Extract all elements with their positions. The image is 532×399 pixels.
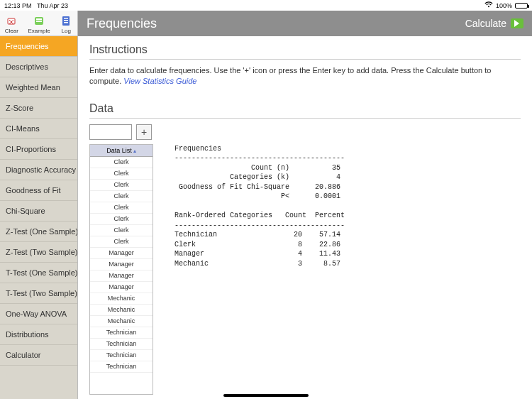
list-item[interactable]: Clerk	[90, 202, 153, 214]
sidebar-item-frequencies[interactable]: Frequencies	[0, 36, 77, 57]
status-bar: 12:13 PM Thu Apr 23 100%	[0, 0, 532, 11]
log-icon	[60, 14, 72, 27]
list-item[interactable]: Clerk	[90, 236, 153, 248]
svg-rect-9	[64, 22, 68, 23]
page-title: Frequencies	[87, 16, 157, 31]
content-area: Instructions Enter data to calculate fre…	[78, 36, 532, 399]
sidebar-item-t-test-one-sample-[interactable]: T-Test (One Sample)	[0, 263, 77, 283]
list-item[interactable]: Clerk	[90, 214, 153, 225]
arrow-right-icon	[511, 18, 523, 28]
sidebar-item-descriptives[interactable]: Descriptives	[0, 57, 77, 77]
sidebar-item-z-test-one-sample-[interactable]: Z-Test (One Sample)	[0, 222, 77, 242]
sidebar-item-goodness-of-fit[interactable]: Goodness of Fit	[0, 180, 77, 201]
toolbar: Clear Example Log	[0, 11, 77, 36]
log-button[interactable]: Log	[60, 14, 72, 34]
example-label: Example	[28, 28, 50, 34]
data-input[interactable]	[89, 124, 132, 140]
battery-icon	[515, 3, 528, 9]
battery-pct: 100%	[496, 2, 512, 9]
sidebar-item-ci-means[interactable]: CI-Means	[0, 119, 77, 139]
wifi-icon	[484, 1, 493, 9]
list-item[interactable]: Mechanic	[90, 316, 153, 327]
data-list-header[interactable]: Data List▴	[90, 145, 153, 157]
sidebar: FrequenciesDescriptivesWeighted MeanZ-Sc…	[0, 36, 77, 399]
sidebar-item-distributions[interactable]: Distributions	[0, 324, 77, 345]
list-item[interactable]: Manager	[90, 282, 153, 293]
svg-rect-7	[64, 18, 68, 19]
sidebar-item-ci-proportions[interactable]: CI-Proportions	[0, 139, 77, 160]
svg-rect-8	[64, 20, 68, 21]
instructions-heading: Instructions	[89, 43, 521, 60]
list-item[interactable]: Technician	[90, 327, 153, 339]
right-column: Frequencies Calculate Instructions Enter…	[78, 11, 532, 399]
sidebar-item-z-test-two-sample-[interactable]: Z-Test (Two Sample)	[0, 242, 77, 263]
svg-rect-0	[8, 18, 15, 24]
data-heading: Data	[89, 102, 521, 119]
sidebar-item-one-way-anova[interactable]: One-Way ANOVA	[0, 304, 77, 324]
log-label: Log	[62, 28, 71, 34]
view-guide-link[interactable]: View Statistics Guide	[123, 77, 196, 85]
status-date: Thu Apr 23	[37, 2, 68, 9]
clear-button[interactable]: Clear	[5, 14, 18, 34]
list-item[interactable]: Clerk	[90, 191, 153, 202]
list-item[interactable]: Clerk	[90, 168, 153, 180]
sidebar-item-diagnostic-accuracy[interactable]: Diagnostic Accuracy	[0, 160, 77, 180]
list-item[interactable]: Clerk	[90, 180, 153, 191]
sidebar-item-t-test-two-sample-[interactable]: T-Test (Two Sample)	[0, 283, 77, 304]
add-data-button[interactable]: +	[136, 124, 152, 140]
sidebar-item-z-score[interactable]: Z-Score	[0, 98, 77, 119]
list-item[interactable]: Technician	[90, 350, 153, 361]
data-list: Data List▴ ClerkClerkClerkClerkClerkCler…	[89, 144, 153, 395]
plus-icon: +	[141, 126, 147, 138]
clear-label: Clear	[5, 28, 18, 34]
instructions-text: Enter data to calculate frequencies. Use…	[89, 65, 521, 87]
list-item[interactable]: Clerk	[90, 157, 153, 168]
left-column: Clear Example Log FrequenciesDescriptive…	[0, 11, 78, 399]
list-item[interactable]: Manager	[90, 259, 153, 270]
list-item[interactable]: Mechanic	[90, 293, 153, 305]
calculate-button[interactable]: Calculate	[465, 18, 523, 29]
header-bar: Frequencies Calculate	[78, 11, 532, 36]
home-indicator	[223, 394, 309, 397]
sidebar-item-chi-square[interactable]: Chi-Square	[0, 201, 77, 222]
sidebar-item-weighted-mean[interactable]: Weighted Mean	[0, 77, 77, 98]
sort-icon: ▴	[133, 148, 136, 154]
list-item[interactable]: Technician	[90, 361, 153, 373]
output-area: Frequencies ----------------------------…	[174, 144, 521, 395]
list-item[interactable]: Clerk	[90, 225, 153, 236]
svg-rect-5	[36, 21, 42, 22]
example-icon	[33, 14, 45, 27]
output-text: Frequencies ----------------------------…	[174, 144, 521, 269]
sidebar-item-calculator[interactable]: Calculator	[0, 345, 77, 366]
list-item[interactable]: Manager	[90, 270, 153, 282]
clear-icon	[5, 14, 18, 27]
list-item[interactable]: Mechanic	[90, 305, 153, 316]
svg-rect-4	[36, 18, 42, 20]
calculate-label: Calculate	[465, 18, 506, 29]
list-item[interactable]: Manager	[90, 248, 153, 259]
list-item[interactable]: Technician	[90, 339, 153, 350]
status-time: 12:13 PM	[4, 2, 32, 9]
example-button[interactable]: Example	[28, 14, 50, 34]
